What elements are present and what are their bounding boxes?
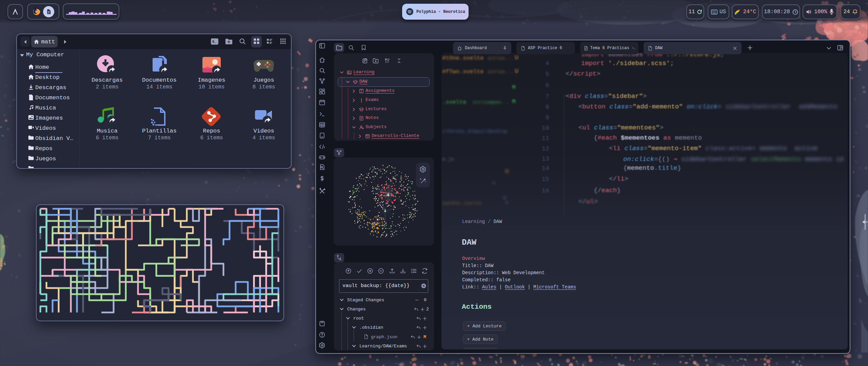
svg-text:15: 15 bbox=[367, 136, 369, 138]
svg-text:$_: $_ bbox=[212, 40, 217, 44]
